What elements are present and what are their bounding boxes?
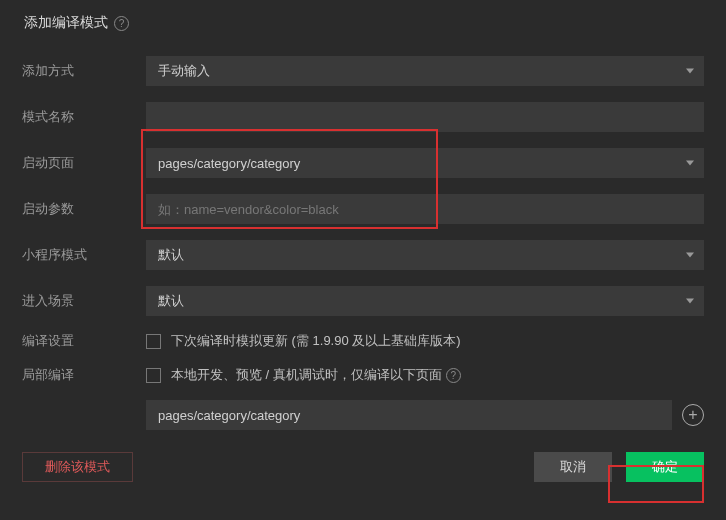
dialog-title: 添加编译模式	[24, 14, 108, 32]
select-add-method[interactable]: 手动输入	[146, 56, 704, 86]
label-start-page: 启动页面	[22, 154, 146, 172]
checkbox-simulate-update[interactable]	[146, 334, 161, 349]
delete-button[interactable]: 删除该模式	[22, 452, 133, 482]
chevron-down-icon	[686, 161, 694, 166]
label-start-params: 启动参数	[22, 200, 146, 218]
row-pages-input: +	[146, 400, 704, 430]
row-start-params: 启动参数	[22, 194, 704, 224]
input-mode-name[interactable]	[146, 102, 704, 132]
chevron-down-icon	[686, 69, 694, 74]
row-mode-name: 模式名称	[22, 102, 704, 132]
select-start-page-value: pages/category/category	[158, 156, 300, 171]
chevron-down-icon	[686, 299, 694, 304]
row-partial-compile: 局部编译 本地开发、预览 / 真机调试时，仅编译以下页面 ?	[22, 366, 704, 384]
row-add-method: 添加方式 手动输入	[22, 56, 704, 86]
label-mode-name: 模式名称	[22, 108, 146, 126]
row-enter-scene: 进入场景 默认	[22, 286, 704, 316]
plus-icon: +	[688, 407, 697, 423]
chevron-down-icon	[686, 253, 694, 258]
label-enter-scene: 进入场景	[22, 292, 146, 310]
label-add-method: 添加方式	[22, 62, 146, 80]
help-icon[interactable]: ?	[446, 368, 461, 383]
checkbox-simulate-update-label: 下次编译时模拟更新 (需 1.9.90 及以上基础库版本)	[171, 332, 461, 350]
row-start-page: 启动页面 pages/category/category	[22, 148, 704, 178]
dialog-header: 添加编译模式 ?	[22, 14, 704, 32]
help-icon[interactable]: ?	[114, 16, 129, 31]
row-mini-mode: 小程序模式 默认	[22, 240, 704, 270]
checkbox-local-dev-label: 本地开发、预览 / 真机调试时，仅编译以下页面 ?	[171, 366, 461, 384]
input-start-params[interactable]	[146, 194, 704, 224]
checkbox-local-dev[interactable]	[146, 368, 161, 383]
input-pages[interactable]	[146, 400, 672, 430]
label-mini-mode: 小程序模式	[22, 246, 146, 264]
select-mini-mode-value: 默认	[158, 246, 184, 264]
select-enter-scene[interactable]: 默认	[146, 286, 704, 316]
cancel-button[interactable]: 取消	[534, 452, 612, 482]
add-page-button[interactable]: +	[682, 404, 704, 426]
ok-button[interactable]: 确定	[626, 452, 704, 482]
select-mini-mode[interactable]: 默认	[146, 240, 704, 270]
select-add-method-value: 手动输入	[158, 62, 210, 80]
label-compile-settings: 编译设置	[22, 332, 146, 350]
row-compile-settings: 编译设置 下次编译时模拟更新 (需 1.9.90 及以上基础库版本)	[22, 332, 704, 350]
select-start-page[interactable]: pages/category/category	[146, 148, 704, 178]
dialog-footer: 删除该模式 取消 确定	[22, 452, 704, 482]
label-partial-compile: 局部编译	[22, 366, 146, 384]
select-enter-scene-value: 默认	[158, 292, 184, 310]
